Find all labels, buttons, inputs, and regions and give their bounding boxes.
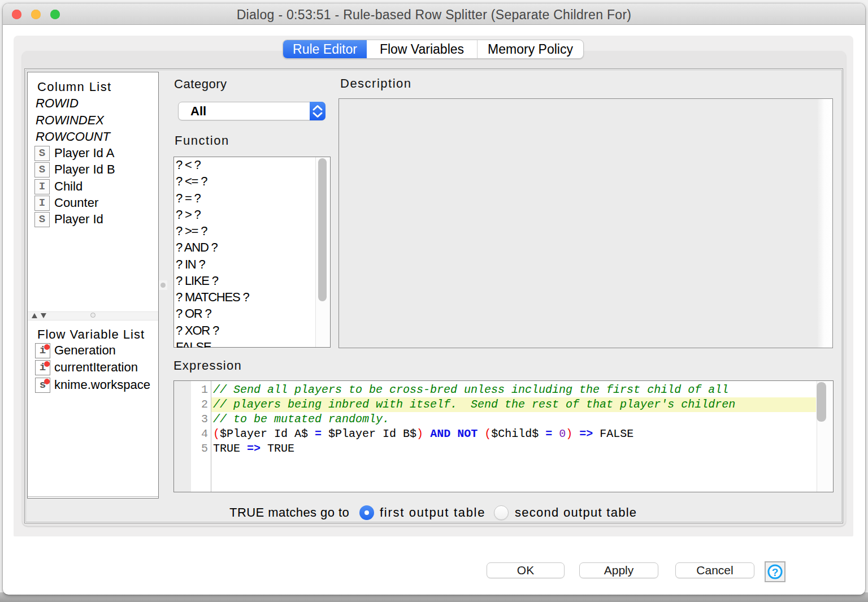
svg-text:?: ? xyxy=(772,566,779,578)
